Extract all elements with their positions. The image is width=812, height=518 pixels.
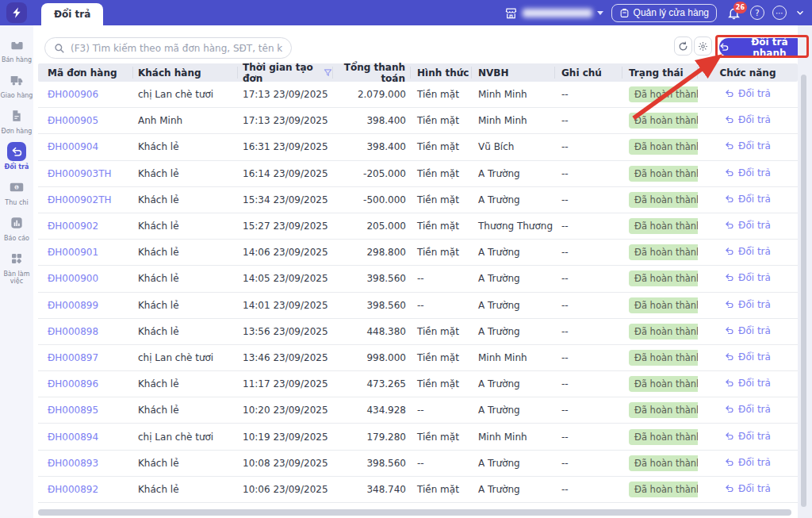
app-logo[interactable] [6, 2, 27, 23]
ellipsis-icon: ⋯ [776, 9, 783, 17]
row-return-button[interactable]: Đổi trả [725, 378, 771, 389]
table-row: ĐH000902 Khách lẻ 15:27 23/09/2025 205.0… [38, 213, 798, 240]
order-id-link[interactable]: ĐH000896 [48, 378, 98, 389]
order-id-link[interactable]: ĐH000902TH [48, 194, 111, 205]
sidebar-item-doi-tra[interactable]: Đổi trả [0, 142, 33, 171]
row-return-button[interactable]: Đổi trả [725, 140, 771, 152]
order-id-link[interactable]: ĐH000905 [48, 115, 98, 126]
customer-cell: Khách lẻ [133, 141, 238, 152]
created-at-cell: 14:05 23/09/2025 [238, 273, 333, 284]
created-at-cell: 11:17 23/09/2025 [238, 378, 333, 389]
status-badge: Đã hoàn thành [629, 271, 698, 286]
row-return-button[interactable]: Đổi trả [725, 351, 771, 363]
row-return-button[interactable]: Đổi trả [725, 431, 771, 442]
table-row: ĐH000892 Khách lẻ 10:06 23/09/2025 348.7… [38, 477, 798, 503]
store-selector[interactable] [504, 7, 603, 19]
order-id-link[interactable]: ĐH000897 [48, 352, 98, 363]
order-id-link[interactable]: ĐH000902 [48, 221, 98, 232]
customer-cell: Anh Minh [133, 115, 238, 126]
sidebar: Bán hàng Giao hàng Đơn hàng Đổi trả $ Th… [0, 25, 33, 518]
row-return-button[interactable]: Đổi trả [725, 483, 771, 494]
status-badge: Đã hoàn thành [629, 324, 698, 340]
tab-doi-tra[interactable]: Đổi trả [41, 3, 103, 25]
order-id-link[interactable]: ĐH000893 [48, 458, 98, 469]
sidebar-item-don-hang[interactable]: Đơn hàng [0, 106, 33, 135]
order-id-link[interactable]: ĐH000903TH [48, 168, 111, 179]
pos-bag-icon [7, 35, 26, 54]
chevron-down-icon[interactable] [795, 7, 806, 18]
created-at-cell: 16:31 23/09/2025 [238, 141, 333, 152]
row-return-button[interactable]: Đổi trả [725, 246, 771, 257]
order-id-link[interactable]: ĐH000906 [48, 89, 98, 100]
row-return-button[interactable]: Đổi trả [725, 272, 771, 283]
sidebar-item-ban-lam-viec[interactable]: Bàn làm việc [0, 249, 33, 285]
created-at-cell: 16:14 23/09/2025 [238, 168, 333, 179]
order-id-link[interactable]: ĐH000898 [48, 326, 98, 337]
note-cell: -- [555, 141, 622, 152]
sidebar-item-ban-hang[interactable]: Bán hàng [0, 35, 33, 63]
settings-button[interactable] [694, 36, 712, 56]
row-return-button[interactable]: Đổi trả [725, 114, 771, 125]
order-id-link[interactable]: ĐH000901 [48, 247, 98, 258]
sidebar-item-giao-hang[interactable]: Giao hàng [0, 71, 33, 99]
status-badge: Đã hoàn thành [629, 166, 698, 182]
row-return-button[interactable]: Đổi trả [725, 299, 771, 310]
row-return-label: Đổi trả [738, 457, 771, 468]
customer-cell: Khách lẻ [133, 300, 238, 311]
row-return-button[interactable]: Đổi trả [725, 220, 771, 231]
row-return-label: Đổi trả [738, 351, 771, 363]
row-return-button[interactable]: Đổi trả [725, 457, 771, 468]
return-arrow-icon [725, 247, 734, 256]
quick-return-button[interactable]: Đổi trả nhanh [719, 38, 806, 56]
more-menu-button[interactable]: ⋯ [772, 6, 787, 20]
total-cell: 398.400 [333, 141, 411, 152]
note-cell: -- [555, 168, 622, 179]
search-box [44, 37, 292, 59]
bottom-gutter [33, 508, 798, 518]
row-return-label: Đổi trả [738, 325, 771, 336]
row-return-button[interactable]: Đổi trả [725, 194, 771, 205]
total-cell: -500.000 [333, 194, 411, 205]
customer-cell: Khách lẻ [133, 168, 238, 179]
order-id-link[interactable]: ĐH000899 [48, 300, 98, 311]
customer-cell: Khách lẻ [133, 405, 238, 416]
col-method: Hình thức [411, 67, 472, 79]
order-id-link[interactable]: ĐH000895 [48, 405, 98, 416]
row-return-button[interactable]: Đổi trả [725, 167, 771, 178]
returns-table: Mã đơn hàng Khách hàng Thời gian tạo đơn… [38, 63, 798, 518]
sidebar-label: Đơn hàng [2, 128, 33, 135]
table-header: Mã đơn hàng Khách hàng Thời gian tạo đơn… [38, 63, 798, 82]
staff-cell: Minh Minh [472, 432, 555, 443]
note-cell: -- [555, 194, 622, 205]
search-icon [54, 43, 65, 54]
staff-cell: Minh Minh [472, 89, 555, 100]
document-icon [7, 106, 26, 125]
note-cell: -- [555, 405, 622, 416]
sidebar-item-thu-chi[interactable]: $ Thu chi [0, 178, 33, 206]
row-return-button[interactable]: Đổi trả [725, 88, 771, 99]
sidebar-item-bao-cao[interactable]: Báo cáo [0, 213, 33, 242]
created-at-cell: 15:27 23/09/2025 [238, 221, 333, 232]
refresh-button[interactable] [674, 36, 692, 56]
return-arrow-icon [725, 378, 734, 388]
filter-icon[interactable] [324, 68, 332, 77]
horizontal-scrollbar[interactable] [38, 509, 791, 516]
order-id-link[interactable]: ĐH000904 [48, 141, 98, 152]
order-id-link[interactable]: ĐH000892 [48, 484, 98, 495]
help-button[interactable]: ? [750, 6, 764, 20]
row-return-button[interactable]: Đổi trả [725, 404, 771, 415]
payment-method-cell: Tiền mặt [411, 352, 472, 363]
row-return-button[interactable]: Đổi trả [725, 325, 771, 336]
notifications-button[interactable]: 26 [725, 4, 742, 21]
payment-method-cell: Tiền mặt [411, 89, 472, 100]
search-input[interactable] [71, 43, 282, 54]
table-row: ĐH000900 Khách lẻ 14:05 23/09/2025 398.5… [38, 266, 798, 292]
main-content: Đổi trả nhanh Mã đơn hàng Khách hàng Thờ… [33, 25, 812, 518]
vertical-scrollbar[interactable] [801, 75, 806, 507]
order-id-link[interactable]: ĐH000894 [48, 432, 98, 443]
manage-store-button[interactable]: Quản lý cửa hàng [611, 4, 717, 22]
order-id-link[interactable]: ĐH000900 [48, 273, 98, 284]
status-badge: Đã hoàn thành [629, 429, 698, 445]
truck-icon [7, 71, 26, 90]
sidebar-label: Báo cáo [4, 235, 29, 242]
